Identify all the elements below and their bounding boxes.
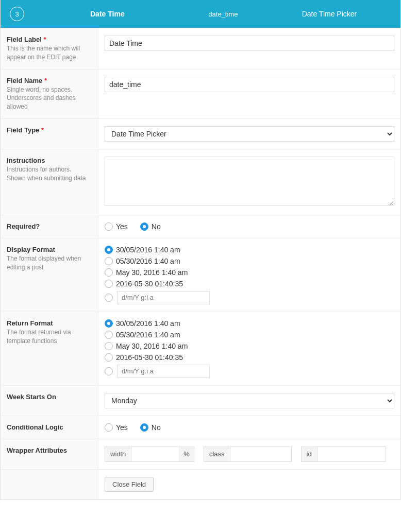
close-field-button[interactable]: Close Field	[105, 477, 154, 492]
header-field-label: Date Time	[31, 10, 183, 18]
display-format-custom-input[interactable]	[117, 291, 210, 304]
conditional-yes-label: Yes	[116, 423, 128, 432]
display-format-label-cell: Display Format The format displayed when…	[1, 238, 98, 312]
required-yes-label: Yes	[116, 222, 128, 231]
week-starts-select[interactable]: Monday	[105, 393, 394, 408]
conditional-no-option[interactable]: No	[140, 423, 161, 432]
radio-icon	[105, 257, 113, 265]
radio-icon	[105, 280, 113, 288]
instructions-label-cell: Instructions Instructions for authors. S…	[1, 149, 98, 215]
return-format-option-3[interactable]: 2016-05-30 01:40:35	[105, 353, 394, 362]
required-no-label: No	[152, 222, 161, 231]
field-label-label-cell: Field Label * This is the name which wil…	[1, 28, 98, 69]
radio-icon	[105, 222, 113, 231]
wrapper-class-input[interactable]	[230, 447, 292, 462]
wrapper-id-input[interactable]	[317, 447, 386, 462]
required-label-cell: Required?	[1, 215, 98, 238]
display-format-option-3[interactable]: 2016-05-30 01:40:35	[105, 280, 394, 288]
field-type-select[interactable]: Date Time Picker	[105, 126, 394, 142]
wrapper-id-label: id	[301, 447, 317, 462]
radio-icon	[105, 246, 113, 254]
required-yes-option[interactable]: Yes	[105, 222, 128, 231]
display-format-option-label: May 30, 2016 1:40 am	[116, 268, 188, 277]
instructions-textarea[interactable]	[105, 157, 394, 206]
field-header[interactable]: 3 Date Time date_time Date Time Picker	[1, 0, 400, 28]
return-format-label-cell: Return Format The format returned via te…	[1, 312, 98, 385]
display-format-option-label: 2016-05-30 01:40:35	[116, 280, 183, 288]
field-type-label-cell: Field Type *	[1, 119, 98, 149]
radio-icon	[105, 423, 113, 432]
display-format-option-label: 05/30/2016 1:40 am	[116, 257, 180, 265]
conditional-logic-label-cell: Conditional Logic	[1, 416, 98, 439]
display-format-option-0[interactable]: 30/05/2016 1:40 am	[105, 246, 394, 254]
radio-icon	[105, 353, 113, 362]
radio-icon	[105, 342, 113, 350]
radio-icon	[140, 222, 148, 231]
field-name-input[interactable]	[105, 77, 394, 92]
return-format-option-label: 05/30/2016 1:40 am	[116, 331, 180, 339]
radio-icon	[140, 423, 148, 432]
display-format-option-2[interactable]: May 30, 2016 1:40 am	[105, 268, 394, 277]
return-format-option-custom[interactable]	[105, 365, 394, 378]
radio-icon	[105, 268, 113, 277]
conditional-yes-option[interactable]: Yes	[105, 423, 128, 432]
field-order-number: 3	[10, 7, 24, 21]
wrapper-width-input[interactable]	[131, 447, 179, 462]
return-format-option-1[interactable]: 05/30/2016 1:40 am	[105, 331, 394, 339]
return-format-option-2[interactable]: May 30, 2016 1:40 am	[105, 342, 394, 350]
radio-icon	[105, 294, 113, 302]
return-format-option-label: May 30, 2016 1:40 am	[116, 342, 188, 350]
wrapper-width-label: width	[105, 447, 131, 462]
field-label-input[interactable]	[105, 36, 394, 51]
return-format-option-label: 30/05/2016 1:40 am	[116, 319, 180, 328]
header-field-type: Date Time Picker	[302, 10, 395, 18]
required-no-option[interactable]: No	[140, 222, 161, 231]
wrapper-width-suffix: %	[179, 447, 194, 462]
conditional-no-label: No	[152, 423, 161, 432]
return-format-custom-input[interactable]	[117, 365, 210, 378]
wrapper-attributes-label-cell: Wrapper Attributes	[1, 439, 98, 469]
field-name-label-cell: Field Name * Single word, no spaces. Und…	[1, 70, 98, 118]
week-starts-label-cell: Week Starts On	[1, 386, 98, 416]
display-format-option-label: 30/05/2016 1:40 am	[116, 246, 180, 254]
radio-icon	[105, 331, 113, 339]
radio-icon	[105, 367, 113, 375]
return-format-option-0[interactable]: 30/05/2016 1:40 am	[105, 319, 394, 328]
display-format-option-custom[interactable]	[105, 291, 394, 304]
return-format-option-label: 2016-05-30 01:40:35	[116, 353, 183, 362]
wrapper-class-label: class	[204, 447, 230, 462]
header-field-name: date_time	[183, 10, 302, 18]
display-format-option-1[interactable]: 05/30/2016 1:40 am	[105, 257, 394, 265]
footer-label-cell	[1, 470, 98, 499]
radio-icon	[105, 319, 113, 328]
